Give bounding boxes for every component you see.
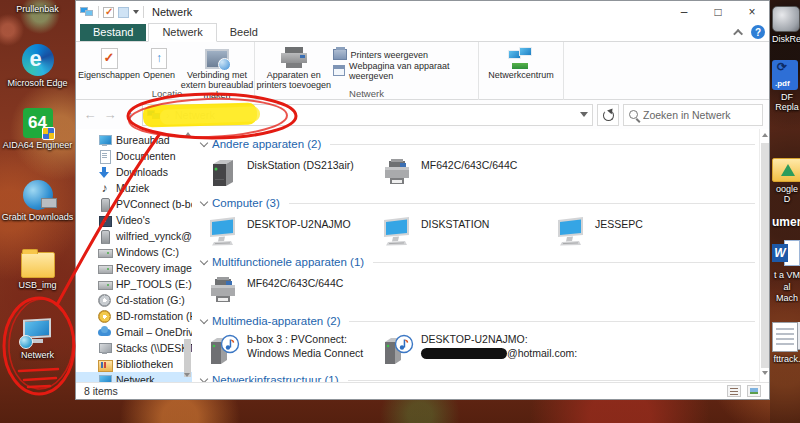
maximize-button[interactable]: □ [701, 1, 735, 23]
device-webpage-button[interactable]: Webpagina van apparaat weergeven [333, 63, 478, 78]
desktop-icon-softtrack[interactable]: fttrack. [772, 322, 800, 364]
scroll-down-icon[interactable] [184, 373, 190, 377]
desktop-icon-grabit[interactable]: Grabit Downloads [0, 180, 75, 222]
section-title[interactable]: Computer (3) [212, 197, 280, 209]
desktop-icon-edge[interactable]: Microsoft Edge [0, 44, 75, 88]
section-title[interactable]: Netwerkinfrastructuur (1) [212, 374, 339, 382]
help-icon[interactable]: ? [751, 25, 765, 39]
sidebar-item-muziek[interactable]: ♪Muziek [76, 180, 192, 196]
section-title[interactable]: Andere apparaten (2) [212, 138, 321, 150]
sidebar-item-windows-c[interactable]: Windows (C:) [76, 244, 192, 260]
content-scrollbar[interactable] [759, 129, 769, 382]
computer-icon [380, 214, 414, 248]
desktop-icon-google-drive[interactable]: oogle D [772, 158, 800, 205]
sidebar-item-pvconnect[interactable]: PVConnect (b-box [76, 196, 192, 212]
desktop-right-strip: DiskRep DF Repla oogle D umen W t a VM a… [770, 0, 800, 423]
scrollbar-thumb[interactable] [184, 339, 191, 377]
media-item-bbox3[interactable]: b-box 3 : PVConnect: Windows Media Conne… [206, 332, 380, 366]
close-button[interactable]: × [735, 1, 769, 23]
nas-icon [206, 155, 240, 189]
scroll-up-icon[interactable] [185, 132, 191, 136]
new-folder-quick-icon[interactable] [118, 7, 129, 18]
forward-button[interactable]: → [102, 107, 118, 122]
section-netwerkinfrastructuur: Netwerkinfrastructuur (1) Sagem Internet… [201, 372, 755, 382]
breadcrumb[interactable]: Netwerk [175, 109, 215, 121]
sidebar-item-documenten[interactable]: Documenten [76, 148, 192, 164]
sidebar-item-gmail-onedrive[interactable]: Gmail – OneDrive ( [76, 324, 192, 340]
scrollbar-thumb[interactable] [761, 143, 769, 368]
computer-item-jessepc[interactable]: JESSEPC [554, 214, 728, 248]
desktop-icon-usb-img[interactable]: USB_img [0, 252, 75, 290]
sidebar-item-downloads[interactable]: Downloads [76, 164, 192, 180]
sidebar-item-wilfried[interactable]: wilfried_vynck@hc [76, 228, 192, 244]
address-dropdown-icon[interactable] [580, 112, 588, 117]
video-icon [98, 214, 111, 227]
computer-item-diskstation[interactable]: DISKSTATION [380, 214, 554, 248]
media-item-desktop-u2najmo[interactable]: DESKTOP-U2NAJMO: @hotmail.com: [380, 332, 640, 366]
chevron-down-icon[interactable] [200, 197, 208, 205]
sidebar-item-bdromstation-h[interactable]: BD-romstation (H: [76, 308, 192, 324]
label-fragment: umen [772, 215, 800, 229]
sidebar-item-recovery-d[interactable]: Recovery image (D [76, 260, 192, 276]
desktop-icon-word-doc[interactable]: W t a VM al Mach [772, 240, 800, 303]
tab-beeld[interactable]: Beeld [217, 24, 271, 41]
scroll-up-icon[interactable] [762, 133, 768, 137]
ribbon-group-locatie: Eigenschappen Openen Verbinding met exte… [80, 42, 254, 100]
chevron-down-icon[interactable] [200, 256, 208, 264]
desktop-icon-label: al Mach [772, 282, 800, 303]
network-icon [147, 109, 161, 121]
desktop-icon-pdf-replacer[interactable]: DF Repla [772, 60, 800, 113]
address-bar[interactable]: › Netwerk [142, 104, 593, 126]
desktop-icon-netwerk[interactable]: Netwerk [0, 318, 75, 360]
scroll-down-icon[interactable] [762, 371, 768, 375]
music-note-icon: ♪ [98, 182, 111, 195]
desktop-icon-diskrep[interactable]: DiskRep [772, 6, 800, 44]
device-item-mf642c-mfp[interactable]: MF642C/643C/644C [206, 273, 380, 307]
chevron-down-icon[interactable] [200, 315, 208, 323]
add-devices-printers-button[interactable]: Apparaten en printers toevoegen [255, 45, 333, 90]
ribbon-group-netwerk: Apparaten en printers toevoegen Printers… [254, 42, 478, 100]
chevron-down-icon[interactable] [200, 374, 208, 382]
up-button[interactable]: ↑ [122, 107, 138, 122]
desktop-icon-prullenbak[interactable]: Prullenbak [0, 4, 75, 14]
library-icon [98, 358, 111, 371]
properties-quick-icon[interactable] [103, 7, 114, 18]
netwerkcentrum-button[interactable]: Netwerkcentrum [481, 45, 561, 80]
sidebar-item-videos[interactable]: Video's [76, 212, 192, 228]
minimize-button[interactable]: – [667, 1, 701, 23]
sidebar-item-stacks[interactable]: Stacks (\\DESKTOP [76, 340, 192, 356]
details-view-button[interactable] [727, 385, 741, 397]
open-icon [151, 48, 167, 69]
network-icon [80, 6, 94, 18]
section-title[interactable]: Multimedia-apparaten (2) [212, 315, 340, 327]
printer-icon [281, 47, 307, 69]
sidebar-item-netwerk[interactable]: Netwerk [76, 372, 192, 382]
refresh-button[interactable] [597, 104, 619, 126]
desktop-icon-aida64[interactable]: 64 AIDA64 Engineer [0, 108, 75, 150]
chevron-down-icon[interactable] [200, 138, 208, 146]
computer-item-desktop-u2najmo[interactable]: DESKTOP-U2NAJMO [206, 214, 380, 248]
document-stack-icon [772, 322, 798, 352]
search-box[interactable] [623, 104, 763, 126]
section-multifunctionele: Multifunctionele apparaten (1) MF642C/64… [201, 254, 755, 311]
properties-icon [101, 48, 118, 69]
device-item-mf642c[interactable]: MF642C/643C/644C [380, 155, 554, 189]
item-count: 8 items [84, 385, 118, 397]
collapse-ribbon-icon[interactable] [733, 28, 743, 38]
chevron-down-icon[interactable] [133, 10, 139, 14]
large-icons-view-button[interactable] [747, 385, 761, 397]
sidebar-item-cdstation-g[interactable]: Cd-station (G:) [76, 292, 192, 308]
device-item-diskstation[interactable]: DiskStation (DS213air) [206, 155, 380, 189]
title-bar[interactable]: Netwerk – □ × [76, 1, 769, 23]
back-button[interactable]: ← [82, 107, 98, 122]
tab-bestand[interactable]: Bestand [80, 24, 146, 41]
search-input[interactable] [643, 109, 757, 121]
sidebar-item-hptools-e[interactable]: HP_TOOLS (E:) [76, 276, 192, 292]
sidebar-item-bibliotheken[interactable]: Bibliotheken [76, 356, 192, 372]
sidebar-item-bureaublad[interactable]: Bureaublad [76, 132, 192, 148]
document-icon [98, 150, 111, 163]
sidebar-scrollbar[interactable] [183, 129, 192, 382]
printer-icon [380, 155, 414, 189]
tab-netwerk[interactable]: Netwerk [148, 23, 216, 42]
section-title[interactable]: Multifunctionele apparaten (1) [212, 256, 364, 268]
